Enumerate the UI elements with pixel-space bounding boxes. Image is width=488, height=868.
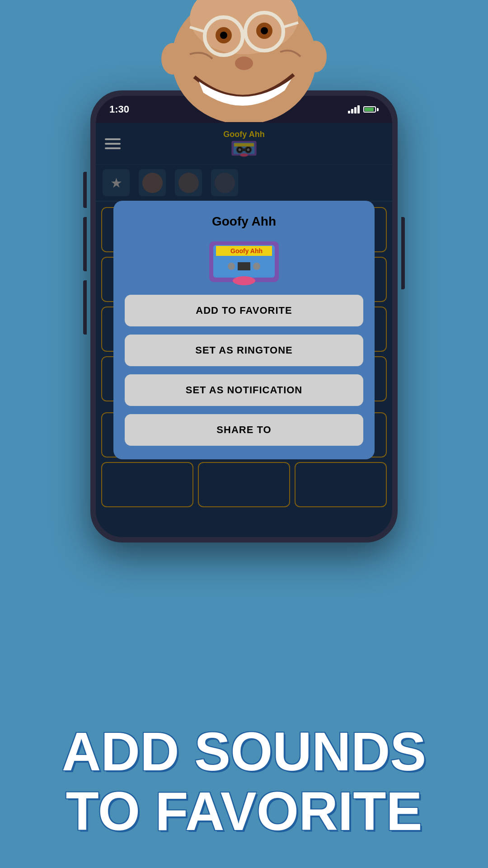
phone-button-mute [83,172,87,208]
svg-point-10 [261,27,268,34]
modal-overlay[interactable]: Goofy Ahh Goofy Ahh ADD TO [96,123,392,537]
svg-rect-29 [238,262,250,270]
phone-frame: 1:30 [90,90,398,542]
app-screen: Goofy Ahh [96,123,392,537]
phone-button-power [401,217,405,289]
svg-point-27 [228,263,235,270]
headline-line1: ADD SOUNDS TO FAVORITE [0,722,488,841]
svg-point-31 [233,276,255,285]
phone-button-vol-down [83,280,87,335]
modal-cassette-icon: Goofy Ahh [208,237,280,287]
share-to-button[interactable]: SHARE TO [125,414,363,446]
add-to-favorite-button[interactable]: ADD TO FAVORITE [125,295,363,326]
headline-area: ADD SOUNDS TO FAVORITE [0,722,488,841]
svg-line-4 [242,33,246,35]
svg-point-28 [253,263,260,270]
options-modal: Goofy Ahh Goofy Ahh ADD TO [113,201,374,459]
svg-point-9 [220,32,227,39]
svg-text:Goofy Ahh: Goofy Ahh [230,247,263,255]
phone-screen-frame: 1:30 [90,90,398,542]
status-time: 1:30 [109,104,129,115]
modal-title: Goofy Ahh [212,214,276,229]
svg-point-13 [304,41,327,72]
status-icons [348,105,379,113]
signal-icon [348,105,360,113]
svg-point-11 [235,57,253,70]
set-ringtone-button[interactable]: SET AS RINGTONE [125,335,363,366]
battery-icon [363,106,379,113]
troll-face [158,0,330,122]
phone-button-vol-up [83,217,87,271]
svg-point-12 [161,43,184,75]
set-notification-button[interactable]: SET AS NOTIFICATION [125,374,363,406]
